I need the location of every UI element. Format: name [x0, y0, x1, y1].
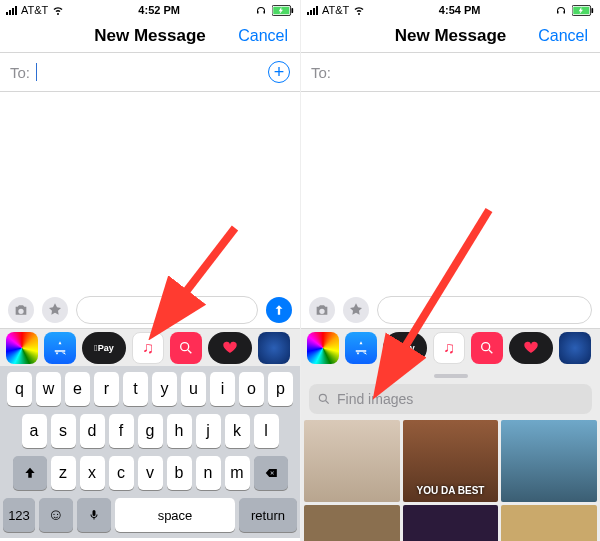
- carrier-label: AT&T: [322, 4, 349, 16]
- key-f[interactable]: f: [109, 414, 134, 448]
- key-m[interactable]: m: [225, 456, 250, 490]
- images-app-icon[interactable]: [471, 332, 503, 364]
- key-r[interactable]: r: [94, 372, 119, 406]
- drawer-grabber[interactable]: [434, 374, 468, 378]
- key-d[interactable]: d: [80, 414, 105, 448]
- battery-icon: [572, 5, 594, 16]
- wifi-icon: [353, 4, 365, 16]
- mic-key[interactable]: [77, 498, 111, 532]
- backspace-key[interactable]: [254, 456, 288, 490]
- svg-rect-7: [591, 7, 593, 12]
- message-text-field[interactable]: [377, 296, 592, 324]
- gif-thumbnail[interactable]: YOU DA BEST: [403, 420, 499, 502]
- find-images-search[interactable]: Find images: [309, 384, 592, 414]
- carrier-label: AT&T: [21, 4, 48, 16]
- key-e[interactable]: e: [65, 372, 90, 406]
- key-q[interactable]: q: [7, 372, 32, 406]
- photos-app-icon[interactable]: [307, 332, 339, 364]
- emoji-key[interactable]: ☺: [39, 498, 73, 532]
- music-icon[interactable]: ♫: [433, 332, 465, 364]
- status-bar: AT&T 4:54 PM: [301, 0, 600, 20]
- key-s[interactable]: s: [51, 414, 76, 448]
- numbers-key[interactable]: 123: [3, 498, 35, 532]
- appstore-icon[interactable]: [44, 332, 76, 364]
- status-bar: AT&T 4:52 PM: [0, 0, 300, 20]
- headphones-icon: [554, 4, 568, 16]
- nav-bar: New Message Cancel: [0, 20, 300, 52]
- key-l[interactable]: l: [254, 414, 279, 448]
- wifi-icon: [52, 4, 64, 16]
- return-key[interactable]: return: [239, 498, 297, 532]
- gif-thumbnail[interactable]: [304, 505, 400, 541]
- add-contact-button[interactable]: +: [268, 61, 290, 83]
- key-y[interactable]: y: [152, 372, 177, 406]
- gif-thumbnail[interactable]: [403, 505, 499, 541]
- more-apps-icon[interactable]: [559, 332, 591, 364]
- key-w[interactable]: w: [36, 372, 61, 406]
- key-z[interactable]: z: [51, 456, 76, 490]
- to-field[interactable]: To: +: [0, 52, 300, 92]
- key-b[interactable]: b: [167, 456, 192, 490]
- appstore-icon[interactable]: [345, 332, 377, 364]
- key-h[interactable]: h: [167, 414, 192, 448]
- message-text-field[interactable]: [76, 296, 258, 324]
- camera-icon[interactable]: [8, 297, 34, 323]
- key-c[interactable]: c: [109, 456, 134, 490]
- key-i[interactable]: i: [210, 372, 235, 406]
- send-button[interactable]: [266, 297, 292, 323]
- cancel-button[interactable]: Cancel: [238, 27, 288, 45]
- key-x[interactable]: x: [80, 456, 105, 490]
- key-n[interactable]: n: [196, 456, 221, 490]
- svg-point-8: [482, 342, 490, 350]
- to-field[interactable]: To:: [301, 52, 600, 92]
- space-key[interactable]: space: [115, 498, 235, 532]
- key-a[interactable]: a: [22, 414, 47, 448]
- to-label: To:: [311, 64, 331, 81]
- signal-icon: [307, 6, 318, 15]
- photos-app-icon[interactable]: [6, 332, 38, 364]
- message-body: [301, 92, 600, 292]
- search-placeholder: Find images: [337, 391, 413, 407]
- svg-point-3: [181, 342, 189, 350]
- text-cursor: [36, 63, 37, 81]
- apps-icon[interactable]: [343, 297, 369, 323]
- camera-icon[interactable]: [309, 297, 335, 323]
- gif-thumbnail[interactable]: [501, 420, 597, 502]
- gif-thumbnail[interactable]: [501, 505, 597, 541]
- time-label: 4:54 PM: [439, 4, 481, 16]
- headphones-icon: [254, 4, 268, 16]
- applepay-icon[interactable]: Pay: [383, 332, 427, 364]
- gif-grid: YOU DA BEST: [301, 420, 600, 541]
- signal-icon: [6, 6, 17, 15]
- key-o[interactable]: o: [239, 372, 264, 406]
- to-label: To:: [10, 64, 30, 81]
- key-p[interactable]: p: [268, 372, 293, 406]
- gif-thumbnail[interactable]: [304, 420, 400, 502]
- digitaltouch-icon[interactable]: [208, 332, 252, 364]
- music-icon[interactable]: ♫: [132, 332, 164, 364]
- key-v[interactable]: v: [138, 456, 163, 490]
- right-screenshot: AT&T 4:54 PM New Message Cancel To: Pay…: [300, 0, 600, 541]
- svg-rect-2: [291, 7, 293, 12]
- digitaltouch-icon[interactable]: [509, 332, 553, 364]
- svg-point-9: [319, 394, 326, 401]
- more-apps-icon[interactable]: [258, 332, 290, 364]
- key-k[interactable]: k: [225, 414, 250, 448]
- page-title: New Message: [94, 26, 206, 46]
- key-g[interactable]: g: [138, 414, 163, 448]
- images-app-icon[interactable]: [170, 332, 202, 364]
- search-icon: [317, 392, 331, 406]
- message-input-bar: [301, 292, 600, 328]
- cancel-button[interactable]: Cancel: [538, 27, 588, 45]
- app-tray: Pay ♫: [0, 328, 300, 366]
- apps-icon[interactable]: [42, 297, 68, 323]
- key-t[interactable]: t: [123, 372, 148, 406]
- page-title: New Message: [395, 26, 507, 46]
- battery-icon: [272, 5, 294, 16]
- applepay-icon[interactable]: Pay: [82, 332, 126, 364]
- images-drawer: Find images YOU DA BEST: [301, 366, 600, 541]
- key-j[interactable]: j: [196, 414, 221, 448]
- app-tray: Pay ♫: [301, 328, 600, 366]
- shift-key[interactable]: [13, 456, 47, 490]
- key-u[interactable]: u: [181, 372, 206, 406]
